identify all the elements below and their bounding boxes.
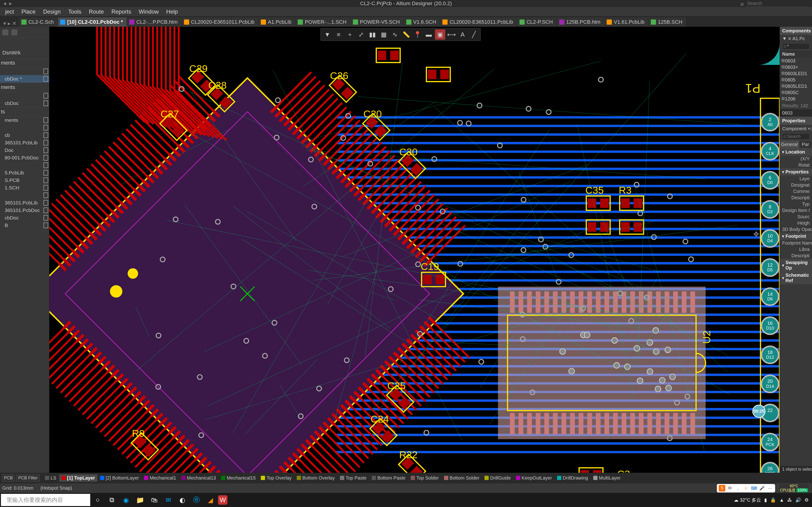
store-icon[interactable]: 🛍 [148, 493, 161, 507]
prop-field[interactable]: Descripti [780, 194, 812, 201]
layer-tab[interactable]: Top Overlay [258, 474, 294, 482]
prop-section[interactable]: Footprint [780, 233, 812, 240]
bars-icon[interactable]: ▮▮ [367, 30, 377, 40]
prop-field[interactable]: Descripti [780, 252, 812, 259]
layer-tab[interactable]: Bottom Solder [442, 474, 482, 482]
component-item[interactable]: 0603LED1 [780, 70, 812, 77]
tree-item[interactable] [0, 191, 49, 199]
tree-item[interactable]: 5.PcbLib [0, 169, 49, 176]
doc-tab[interactable]: [10] CL2-C01.PcbDoc * [58, 17, 127, 27]
align-icon[interactable]: ≡ [334, 30, 344, 40]
properties-search[interactable] [782, 133, 810, 139]
layer-tab[interactable]: DrillGuide [482, 474, 513, 482]
tree-item[interactable]: 365101.PcbLib [0, 199, 49, 207]
workspace-name[interactable]: DsnWrk [0, 47, 49, 58]
tab-parameters[interactable]: Par [799, 140, 812, 148]
line-icon[interactable]: ╱ [469, 30, 479, 40]
layer-icon[interactable]: ▬ [424, 30, 434, 40]
wps-icon[interactable]: W [218, 495, 227, 505]
component-search[interactable] [782, 43, 810, 50]
altium-icon[interactable]: ◢ [204, 493, 217, 507]
grid-icon[interactable]: ▦ [378, 30, 389, 40]
prop-field[interactable]: Footprint Nam [780, 240, 812, 246]
doc-tab[interactable]: CL2-P.SCH [517, 17, 557, 27]
prop-section[interactable]: Location [780, 148, 812, 156]
prop-section[interactable]: Swapping Op [780, 259, 812, 272]
layer-tab[interactable]: LS [43, 474, 58, 482]
prop-field[interactable]: 3D Body Opac [780, 226, 812, 233]
edge-icon[interactable]: ◉ [119, 493, 133, 507]
pcb-btn[interactable]: PCB [2, 474, 15, 482]
highlight-icon[interactable]: ▣ [435, 30, 445, 40]
component-item[interactable]: 0805 [780, 77, 812, 83]
layer-tab[interactable]: MultiLayer [591, 474, 623, 482]
prop-field[interactable]: Sourc [780, 214, 812, 220]
tree-item[interactable]: cbDoc [0, 100, 49, 107]
prop-section[interactable]: Schematic Ref [780, 272, 812, 284]
tree-section[interactable]: ts [0, 107, 49, 116]
tree-item[interactable]: 365101.PcbLib [0, 139, 49, 147]
tree-item[interactable]: 1.SCH [0, 184, 49, 191]
layer-tab[interactable]: Top Solder [408, 474, 441, 482]
doc-tab[interactable]: V1.6.SCH [404, 17, 440, 27]
menu-item[interactable]: Design [40, 7, 63, 16]
layer-tab[interactable]: Mechanical1 [142, 474, 178, 482]
pcb-filter-btn[interactable]: PCB Filter [16, 474, 40, 482]
tree-item[interactable]: B [0, 222, 49, 229]
component-item[interactable]: 0603+ [780, 64, 812, 70]
nav-arrows[interactable]: ◄ ► [2, 1, 13, 6]
menu-item[interactable]: ject [2, 7, 17, 16]
layer-tab[interactable]: Bottom Overlay [294, 474, 337, 482]
doc-tab[interactable]: 125B.SCH [649, 17, 686, 27]
tree-item[interactable] [0, 124, 49, 131]
doc-tab[interactable]: CL2-…P.PCB.htm [127, 17, 182, 27]
cpu-monitor[interactable]: 60°C CPU温度 100% [778, 483, 810, 493]
tree-item[interactable]: ments [0, 116, 49, 124]
menu-item[interactable]: Reports [109, 7, 134, 16]
prop-field[interactable]: Typ [780, 201, 812, 207]
component-item[interactable]: 0805LED1 [780, 83, 812, 90]
tree-section[interactable]: ments [0, 58, 49, 68]
tree-item[interactable] [0, 162, 49, 169]
menu-item[interactable]: Help [163, 7, 181, 16]
global-search[interactable]: ⌕ [741, 0, 807, 7]
layer-tab[interactable]: [1] TopLayer [59, 474, 98, 482]
layer-tab[interactable]: Mechanical13 [179, 474, 218, 482]
tab-general[interactable]: General [780, 140, 799, 148]
tree-item[interactable] [0, 68, 49, 75]
prop-field[interactable]: Heigh [780, 220, 812, 226]
tree-item[interactable]: cbDoc [0, 214, 49, 222]
taskview-icon[interactable]: ⧉ [105, 493, 118, 507]
measure-icon[interactable]: 📏 [401, 30, 411, 40]
gear-icon[interactable] [11, 30, 17, 36]
home-icon[interactable] [2, 30, 8, 36]
route-icon[interactable]: ∿ [390, 30, 400, 40]
tree-item[interactable]: S.PCB [0, 176, 49, 184]
weather[interactable]: ☁ 32°C 多云 [734, 497, 761, 503]
filter-icon[interactable]: ▼ [782, 36, 787, 41]
tree-item[interactable] [0, 92, 49, 100]
search-input[interactable] [746, 0, 807, 7]
doc-tab[interactable]: 125B.PCB.htm [557, 17, 605, 27]
component-item[interactable]: 1206 [780, 96, 812, 102]
menu-item[interactable]: Window [136, 7, 161, 16]
explorer-icon[interactable]: 📁 [134, 493, 147, 507]
layer-tab[interactable]: Mechanical15 [219, 474, 258, 482]
prop-field[interactable]: Designat [780, 182, 812, 188]
tree-section[interactable]: ments [0, 82, 49, 92]
component-item[interactable]: 0603 [780, 58, 812, 64]
doc-tab[interactable]: POWER-V5.SCH [351, 17, 404, 27]
chrome-icon[interactable]: ◐ [176, 493, 189, 507]
layer-tab[interactable]: KeepOutLayer [514, 474, 554, 482]
cortana-icon[interactable]: ○ [91, 493, 104, 507]
filter-icon[interactable]: ▼ [322, 30, 333, 40]
pcb-canvas[interactable]: U2C29C28C27C26C20C30C19C25C24C35R3R9R22C… [49, 27, 779, 473]
tree-item[interactable]: 80-001.PcbDoc [0, 154, 49, 162]
tree-item[interactable]: Doc [0, 147, 49, 154]
ie-icon[interactable]: ⓔ [190, 493, 203, 507]
menu-item[interactable]: Tools [65, 7, 84, 16]
prop-section[interactable]: Properties [780, 168, 812, 176]
plus-icon[interactable]: + [345, 30, 355, 40]
resize-icon[interactable]: ⤢ [356, 30, 366, 40]
layer-tab[interactable]: [2] BottomLayer [98, 474, 141, 482]
